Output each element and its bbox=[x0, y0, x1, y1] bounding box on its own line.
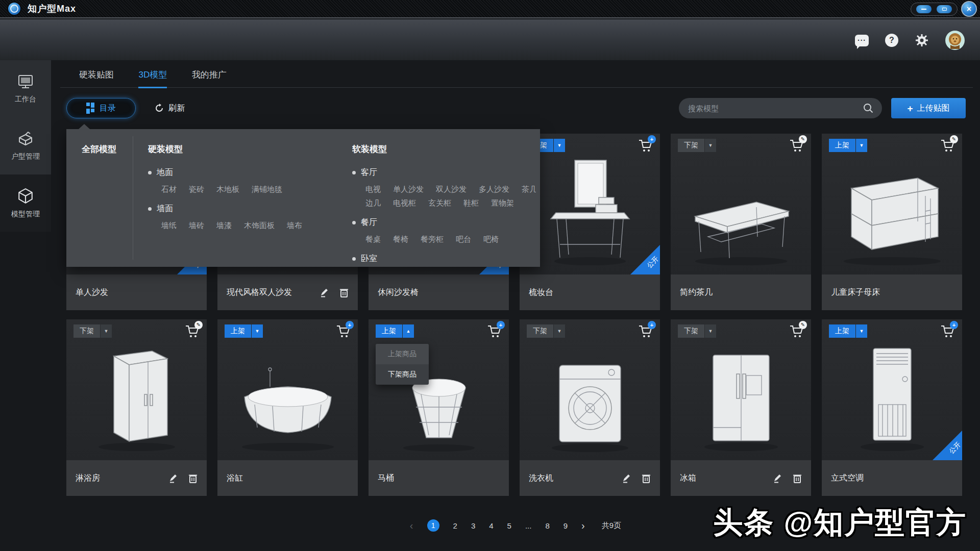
status-label[interactable]: 下架 bbox=[678, 139, 704, 152]
caret-down-icon[interactable]: ▼ bbox=[554, 139, 565, 152]
catalog-group-livingroom[interactable]: 客厅 bbox=[352, 167, 536, 178]
add-to-cart-icon[interactable]: ✎ bbox=[789, 323, 805, 340]
page-number[interactable]: 2 bbox=[453, 521, 457, 530]
caret-down-icon[interactable]: ▼ bbox=[252, 324, 263, 338]
catalog-tag[interactable]: 满铺地毯 bbox=[252, 185, 282, 194]
tab-hard-textures[interactable]: 硬装贴图 bbox=[79, 69, 114, 87]
add-to-cart-icon[interactable]: + bbox=[638, 138, 654, 154]
add-to-cart-icon[interactable]: + bbox=[940, 323, 956, 340]
page-number[interactable]: 4 bbox=[489, 521, 493, 530]
add-to-cart-icon[interactable]: + bbox=[638, 323, 654, 340]
next-page-icon[interactable]: › bbox=[581, 520, 585, 531]
status-label[interactable]: 上架 bbox=[829, 324, 855, 338]
model-preview-washing-machine[interactable]: 下架 ▼ + bbox=[520, 319, 660, 460]
restore-button[interactable] bbox=[937, 5, 952, 13]
catalog-tag[interactable]: 置物架 bbox=[491, 198, 514, 208]
catalog-tag[interactable]: 餐桌 bbox=[365, 235, 381, 244]
catalog-tag[interactable]: 墙砖 bbox=[189, 221, 204, 231]
model-preview-shower[interactable]: 下架 ▼ ✎ bbox=[66, 319, 207, 460]
minimize-button[interactable] bbox=[916, 5, 932, 13]
model-preview-tea-table[interactable]: 下架 ▼ ✎ bbox=[671, 134, 811, 274]
sidebar-item-floorplan[interactable]: 户型管理 bbox=[0, 117, 51, 174]
caret-down-icon[interactable]: ▼ bbox=[856, 139, 867, 152]
trash-icon[interactable] bbox=[642, 473, 651, 483]
page-number[interactable]: 8 bbox=[545, 521, 549, 530]
model-preview-dressing-table[interactable]: 上架 ▼ + bbox=[520, 134, 660, 274]
edit-pencil-icon[interactable] bbox=[168, 473, 178, 483]
page-number[interactable]: 9 bbox=[564, 521, 568, 530]
messages-icon[interactable]: ··· bbox=[855, 35, 869, 46]
trash-icon[interactable] bbox=[339, 287, 349, 297]
add-to-cart-icon[interactable]: ✎ bbox=[184, 323, 201, 340]
edit-pencil-icon[interactable] bbox=[772, 473, 782, 483]
help-icon[interactable]: ? bbox=[885, 34, 898, 47]
catalog-tag[interactable]: 茶几 bbox=[522, 185, 536, 194]
catalog-group-bedroom[interactable]: 卧室 bbox=[352, 254, 536, 262]
settings-gear-icon[interactable] bbox=[915, 33, 929, 47]
status-label[interactable]: 上架 bbox=[829, 139, 855, 152]
catalog-tag[interactable]: 电视柜 bbox=[393, 198, 416, 208]
model-preview-toilet[interactable]: 上架 ▲ + 上架商品 下架商品 bbox=[369, 319, 509, 460]
model-preview-air-conditioner[interactable]: 上架 ▼ + bbox=[822, 319, 962, 460]
model-preview-fridge[interactable]: 下架 ▼ ✎ bbox=[671, 319, 811, 460]
catalog-tag[interactable]: 墙漆 bbox=[216, 221, 232, 231]
catalog-group-floor[interactable]: 地面 bbox=[148, 167, 342, 178]
model-preview-bathtub[interactable]: 上架 ▼ + bbox=[217, 319, 358, 460]
add-to-cart-icon[interactable]: + bbox=[486, 323, 503, 340]
catalog-tag[interactable]: 餐旁柜 bbox=[421, 235, 444, 244]
status-label[interactable]: 下架 bbox=[678, 324, 704, 338]
trash-icon[interactable] bbox=[793, 473, 802, 483]
edit-pencil-icon[interactable] bbox=[319, 287, 329, 297]
catalog-tag[interactable]: 吧椅 bbox=[483, 235, 499, 244]
catalog-tag[interactable]: 双人沙发 bbox=[436, 185, 467, 194]
menu-item-put-on-shelf[interactable]: 上架商品 bbox=[376, 344, 429, 364]
user-avatar[interactable] bbox=[945, 31, 965, 50]
catalog-tag[interactable]: 木饰面板 bbox=[244, 221, 275, 231]
catalog-tag[interactable]: 墙纸 bbox=[161, 221, 177, 231]
catalog-tag[interactable]: 吧台 bbox=[456, 235, 471, 244]
menu-item-take-off-shelf[interactable]: 下架商品 bbox=[376, 364, 429, 385]
caret-down-icon[interactable]: ▼ bbox=[705, 324, 716, 338]
sidebar-item-models[interactable]: 模型管理 bbox=[0, 174, 51, 232]
caret-down-icon[interactable]: ▼ bbox=[101, 324, 112, 338]
catalog-tag[interactable]: 电视 bbox=[365, 185, 381, 194]
search-icon[interactable] bbox=[863, 103, 874, 114]
page-number-current[interactable]: 1 bbox=[427, 519, 439, 532]
catalog-tag[interactable]: 多人沙发 bbox=[479, 185, 509, 194]
catalog-tag[interactable]: 木地板 bbox=[216, 185, 239, 194]
trash-icon[interactable] bbox=[188, 473, 198, 483]
upload-texture-button[interactable]: + 上传贴图 bbox=[891, 98, 966, 118]
catalog-tag[interactable]: 瓷砖 bbox=[189, 185, 204, 194]
catalog-tag[interactable]: 鞋柜 bbox=[463, 198, 479, 208]
tab-3d-models[interactable]: 3D模型 bbox=[138, 69, 167, 88]
catalog-tag[interactable]: 餐椅 bbox=[393, 235, 408, 244]
catalog-button[interactable]: 目录 bbox=[66, 98, 136, 118]
refresh-button[interactable]: 刷新 bbox=[154, 103, 185, 114]
add-to-cart-icon[interactable]: + bbox=[335, 323, 352, 340]
status-label[interactable]: 上架 bbox=[225, 324, 251, 338]
status-label[interactable]: 上架 bbox=[376, 324, 402, 338]
caret-up-icon[interactable]: ▲ bbox=[403, 324, 414, 338]
add-to-cart-icon[interactable]: ✎ bbox=[789, 138, 805, 154]
catalog-tag[interactable]: 墙布 bbox=[287, 221, 302, 231]
catalog-group-diningroom[interactable]: 餐厅 bbox=[352, 217, 536, 228]
sidebar-item-workbench[interactable]: 工作台 bbox=[0, 60, 51, 117]
edit-pencil-icon[interactable] bbox=[621, 473, 631, 483]
prev-page-icon[interactable]: ‹ bbox=[410, 520, 413, 531]
status-label[interactable]: 下架 bbox=[74, 324, 100, 338]
catalog-tag[interactable]: 边几 bbox=[365, 198, 381, 208]
catalog-all-models[interactable]: 全部模型 bbox=[82, 143, 116, 155]
close-button[interactable]: × bbox=[961, 1, 977, 17]
caret-down-icon[interactable]: ▼ bbox=[705, 139, 716, 152]
caret-down-icon[interactable]: ▼ bbox=[554, 324, 565, 338]
catalog-tag[interactable]: 单人沙发 bbox=[393, 185, 424, 194]
page-number[interactable]: 5 bbox=[507, 521, 511, 530]
add-to-cart-icon[interactable]: ✎ bbox=[940, 138, 956, 154]
page-number[interactable]: 3 bbox=[471, 521, 475, 530]
catalog-group-wall[interactable]: 墙面 bbox=[148, 204, 342, 214]
search-input[interactable] bbox=[687, 104, 863, 113]
status-label[interactable]: 下架 bbox=[527, 324, 553, 338]
catalog-tag[interactable]: 石材 bbox=[161, 185, 177, 194]
tab-my-promotion[interactable]: 我的推广 bbox=[192, 69, 227, 87]
model-preview-bunk-bed[interactable]: 上架 ▼ ✎ bbox=[822, 134, 962, 274]
